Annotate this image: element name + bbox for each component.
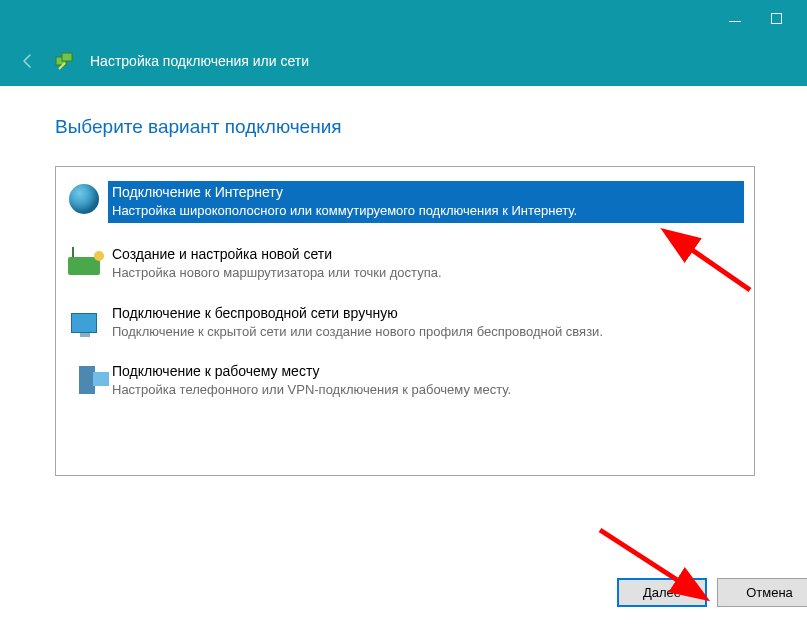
cancel-button[interactable]: Отмена [717, 578, 807, 607]
option-title: Подключение к рабочему месту [112, 362, 744, 381]
back-arrow-icon[interactable] [18, 51, 38, 71]
option-desc: Подключение к скрытой сети или создание … [112, 323, 744, 341]
option-desc: Настройка телефонного или VPN-подключени… [112, 381, 744, 399]
next-button[interactable]: Далее [617, 578, 707, 607]
monitor-icon [66, 304, 102, 340]
option-new-network[interactable]: Создание и настройка новой сети Настройк… [64, 241, 746, 291]
option-title: Подключение к беспроводной сети вручную [112, 304, 744, 323]
titlebar [0, 0, 807, 36]
option-desc: Настройка широкополосного или коммутируе… [112, 202, 738, 220]
network-wizard-icon [54, 51, 74, 71]
option-workplace[interactable]: Подключение к рабочему месту Настройка т… [64, 358, 746, 408]
option-title: Создание и настройка новой сети [112, 245, 744, 264]
window-title: Настройка подключения или сети [90, 53, 309, 69]
option-internet-connection[interactable]: Подключение к Интернету Настройка широко… [64, 177, 746, 233]
option-wireless-manual[interactable]: Подключение к беспроводной сети вручную … [64, 300, 746, 350]
tower-icon [66, 362, 102, 398]
option-title: Подключение к Интернету [112, 183, 738, 202]
minimize-button[interactable] [729, 21, 741, 22]
svg-rect-1 [62, 53, 72, 61]
connection-options-list[interactable]: Подключение к Интернету Настройка широко… [55, 166, 755, 476]
option-desc: Настройка нового маршрутизатора или точк… [112, 264, 744, 282]
header: Настройка подключения или сети [0, 36, 807, 86]
globe-icon [66, 181, 102, 217]
router-icon [66, 245, 102, 281]
maximize-button[interactable] [771, 13, 782, 24]
content-area: Выберите вариант подключения Подключение… [0, 86, 807, 486]
page-heading: Выберите вариант подключения [55, 116, 767, 138]
footer-buttons: Далее Отмена [617, 578, 807, 607]
